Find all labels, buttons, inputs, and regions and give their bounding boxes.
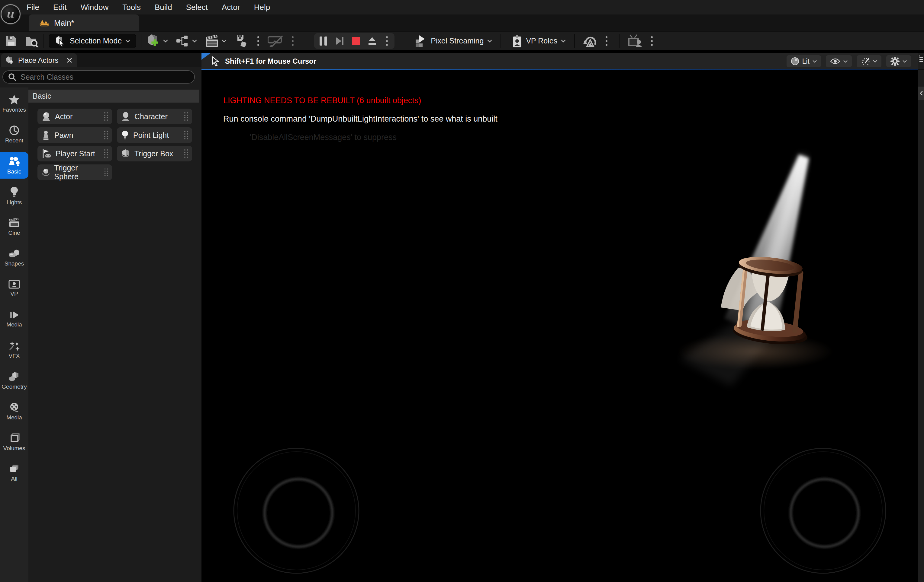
category-label: Cine [8,230,20,236]
left-joystick[interactable] [234,448,359,573]
category-all[interactable]: All [0,460,28,487]
chevron-down-icon [192,39,197,43]
cinematics-button[interactable] [205,33,226,49]
category-cine[interactable]: Cine [0,214,28,240]
place-actors-tab[interactable]: Place Actors [1,53,77,67]
collapsed-right-panel[interactable] [918,53,924,582]
place-item-trigger-box[interactable]: Trigger Box [117,146,192,161]
stop-button[interactable] [349,35,363,48]
lightbulb-icon [10,186,19,197]
vp-card-icon [8,279,20,289]
editor-modes-button[interactable] [234,33,248,49]
viewport-settings-dropdown[interactable] [886,55,911,67]
category-label: VP [10,291,18,297]
category-volumes[interactable]: Volumes [0,429,28,455]
menu-help[interactable]: Help [254,3,270,12]
lighting-warning-text: LIGHTING NEEDS TO BE REBUILT (6 unbuilt … [223,96,421,105]
place-actors-icon [5,56,15,65]
save-button[interactable] [4,33,18,49]
menu-actor[interactable]: Actor [222,3,240,12]
category-label: Basic [7,168,21,175]
category-label: Volumes [3,445,25,452]
all-stack-icon [9,464,20,473]
modes-overflow-menu[interactable] [253,36,263,46]
basic-category-icon [8,156,20,166]
drag-handle[interactable] [104,130,109,140]
performance-dropdown[interactable] [856,55,881,67]
menu-edit[interactable]: Edit [53,3,67,12]
category-vp[interactable]: VP [0,275,28,302]
vr-paint-button[interactable] [267,33,284,49]
close-icon[interactable] [66,58,73,63]
menu-file[interactable]: File [26,3,39,12]
camera-overflow-menu[interactable] [647,36,657,46]
selection-mode-dropdown[interactable]: Selection Mode [49,34,136,48]
actor-icon [42,112,51,121]
selection-cursor-icon [54,36,66,46]
drag-handle[interactable] [104,112,109,121]
point-light-icon [121,130,129,140]
category-favorites[interactable]: Favorites [0,90,28,117]
menu-tools[interactable]: Tools [122,3,141,12]
pause-icon [320,36,327,46]
save-icon [5,35,17,48]
toolbar-separator [619,34,620,48]
frame-skip-button[interactable] [333,35,346,48]
unbuilt-lighting-warning-icon [40,19,49,27]
play-options-menu[interactable] [382,36,392,46]
category-recent[interactable]: Recent [0,121,28,148]
category-vfx[interactable]: VFX [0,337,28,363]
category-lights[interactable]: Lights [0,183,28,209]
view-mode-dropdown[interactable]: Lit [787,55,821,67]
eject-button[interactable] [365,35,379,48]
menu-window[interactable]: Window [81,3,109,12]
add-actor-button[interactable] [146,33,168,49]
place-item-point-light[interactable]: Point Light [117,127,192,143]
vp-roles-dropdown[interactable]: VP Roles [510,34,568,48]
drag-handle[interactable] [184,149,188,158]
trigger-box-icon [121,149,130,158]
media-play-icon [9,311,19,319]
category-media-reel[interactable]: Media [0,398,28,425]
category-media[interactable]: Media [0,306,28,332]
sync-refresh-icon [582,34,598,48]
stop-icon [352,37,360,45]
menu-select[interactable]: Select [186,3,208,12]
place-item-trigger-sphere[interactable]: Trigger Sphere [38,164,112,180]
place-item-player-start[interactable]: Player Start [38,146,112,161]
place-item-label: Character [134,112,168,121]
sync-button[interactable] [582,33,598,49]
place-item-actor[interactable]: Actor [38,109,112,124]
sync-overflow-menu[interactable] [601,36,612,46]
drag-handle[interactable] [184,112,188,121]
place-item-pawn[interactable]: Pawn [38,127,112,143]
level-tab-main[interactable]: Main* [29,15,139,31]
blueprints-button[interactable] [176,33,197,49]
right-joystick[interactable] [761,448,886,573]
remote-camera-button[interactable] [627,33,643,49]
show-flags-dropdown[interactable] [826,55,852,67]
place-item-character[interactable]: Character [117,109,192,124]
pause-button[interactable] [317,35,330,48]
right-strip-divider [918,69,924,70]
search-classes-field[interactable] [2,70,195,84]
drag-handle[interactable] [184,130,188,140]
expand-panel-button[interactable] [918,87,924,100]
category-shapes[interactable]: Shapes [0,244,28,271]
viewport-header: Shift+F1 for Mouse Cursor Lit [201,53,918,69]
tools-overflow-menu[interactable] [287,36,298,46]
blueprints-icon [176,35,190,48]
viewport-focus-border [201,69,918,70]
category-geometry[interactable]: Geometry [0,367,28,394]
menu-build[interactable]: Build [155,3,172,12]
browse-content-button[interactable] [25,33,39,49]
drag-handle[interactable] [104,168,109,177]
chevron-down-icon [125,39,130,43]
search-input[interactable] [2,70,195,84]
viewport[interactable] [201,53,918,582]
pixel-streaming-dropdown[interactable]: Pixel Streaming [412,35,494,48]
drag-handle[interactable] [104,149,109,158]
category-basic[interactable]: Basic [0,152,28,179]
category-label: Recent [5,137,23,144]
chevron-down-icon [163,39,168,43]
